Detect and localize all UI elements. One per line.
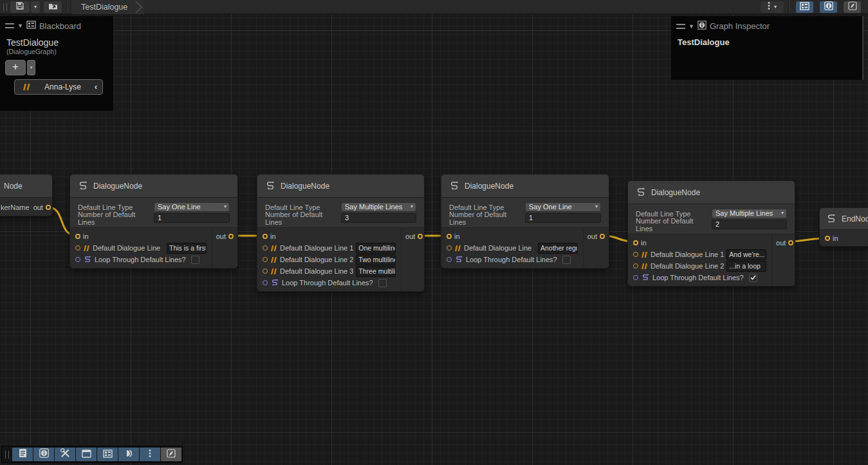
out-port[interactable]: [788, 240, 793, 245]
collapse-arrow-icon[interactable]: ▼: [688, 23, 694, 30]
add-variable-dropdown-button[interactable]: ▾: [27, 60, 35, 75]
open-asset-button[interactable]: [44, 1, 62, 13]
dialogue-line-input[interactable]: This is a first: [167, 243, 207, 254]
speaker-name-label: kerName: [0, 204, 30, 211]
line-type-dropdown[interactable]: Say Multiple Lines▾: [341, 202, 416, 212]
preview-quill-button[interactable]: [161, 448, 181, 461]
node-title: DialogueNode: [441, 175, 609, 198]
dialogue-line-label: Default Dialogue Line: [464, 244, 531, 252]
blackboard-graph-type: (DialogueGraph): [0, 48, 113, 55]
in-port-label: in: [641, 239, 647, 247]
dialogue-line-port[interactable]: [263, 245, 268, 251]
loop-checkbox[interactable]: [749, 274, 757, 282]
inspector-toggle-button[interactable]: [820, 1, 837, 13]
line-type-dropdown[interactable]: Say One Line▾: [525, 202, 601, 212]
line-type-dropdown[interactable]: Say One Line▾: [154, 202, 230, 212]
node-title-label: Node: [4, 182, 23, 191]
dialogue-line-port[interactable]: [447, 245, 452, 251]
dialogue-line-label: Default Dialogue Line 3: [280, 267, 353, 275]
out-port[interactable]: [46, 205, 51, 210]
dialogue-line-input[interactable]: Three multili: [356, 266, 396, 277]
out-port[interactable]: [600, 234, 605, 239]
field-expander-chevron[interactable]: ‹: [95, 82, 97, 91]
loop-icon: [83, 254, 92, 265]
breadcrumb-tab[interactable]: TestDialogue: [72, 0, 144, 14]
options-dropdown-arrow: ▾: [774, 4, 777, 10]
quote-icon: [270, 254, 277, 265]
speaker-node-partial[interactable]: Node kerName out: [0, 174, 53, 216]
quote-icon: [270, 242, 277, 254]
loop-checkbox[interactable]: [191, 256, 199, 264]
dialogue-line-port[interactable]: [263, 269, 268, 274]
graph-options-button[interactable]: ▾: [761, 1, 784, 13]
prop-label: Number of Default Lines: [449, 211, 525, 226]
dialogue-line-input[interactable]: One multiline: [356, 243, 396, 254]
number-of-lines-input[interactable]: 2: [712, 220, 787, 229]
blackboard-field-anna-lyse[interactable]: Anna-Lyse ‹: [14, 79, 103, 95]
loop-port[interactable]: [75, 257, 80, 262]
blackboard-icon: [103, 449, 113, 460]
line-type-dropdown[interactable]: Say Multiple Lines▾: [712, 209, 787, 218]
collapse-arrow-icon[interactable]: ▼: [17, 23, 23, 29]
graph-inspector-panel: ▼ Graph Inspector TestDialogue: [671, 16, 863, 80]
in-port[interactable]: [263, 234, 268, 239]
prop-label: Number of Default Lines: [78, 211, 154, 226]
dropdown-value: Say One Line: [158, 203, 201, 211]
dialogue-line-input[interactable]: ...in a loop: [726, 261, 766, 272]
save-dropdown-button[interactable]: ▾: [31, 1, 40, 13]
blackboard-toggle-button[interactable]: [796, 1, 813, 13]
blackboard-button[interactable]: [97, 448, 118, 461]
tools-button[interactable]: [55, 448, 75, 461]
graph-inspector-header[interactable]: ▼ Graph Inspector: [671, 16, 862, 34]
dialogue-node[interactable]: DialogueNode Default Line Type Say One L…: [441, 174, 609, 269]
out-port[interactable]: [228, 234, 234, 239]
loop-icon: [454, 254, 463, 265]
loop-label: Loop Through Default Lines?: [282, 279, 373, 287]
toolbar-drag-handle[interactable]: [5, 451, 9, 459]
number-of-lines-input[interactable]: 1: [154, 213, 230, 223]
toolbar-drag-handle[interactable]: [3, 3, 7, 11]
dialogue-line-port[interactable]: [633, 263, 638, 269]
dialogue-node[interactable]: DialogueNode Default Line Type Say Multi…: [257, 174, 425, 292]
toolbar-right-group: ▾: [760, 1, 868, 13]
dialogue-line-port[interactable]: [633, 252, 638, 257]
dialogue-line-input[interactable]: And we're...: [726, 249, 766, 260]
kebab-button[interactable]: [140, 448, 160, 461]
blackboard-header[interactable]: ▼ Blackboard: [0, 16, 113, 33]
breadcrumb-chevron-icon: [135, 0, 143, 14]
script-doc-button[interactable]: [12, 448, 33, 461]
loop-checkbox[interactable]: [562, 256, 571, 264]
out-port-label: out: [587, 232, 597, 240]
number-of-lines-input[interactable]: 3: [341, 213, 416, 223]
in-port[interactable]: [447, 234, 452, 239]
in-port[interactable]: [633, 240, 638, 245]
node-title-label: DialogueNode: [93, 182, 142, 191]
dialogue-line-input[interactable]: Two multiline: [356, 254, 396, 265]
dialogue-line-port[interactable]: [75, 245, 80, 251]
loop-label: Loop Through Default Lines?: [466, 256, 557, 263]
loop-port[interactable]: [263, 280, 268, 285]
loop-checkbox[interactable]: [378, 279, 387, 287]
in-port[interactable]: [75, 234, 80, 239]
speaker-output-row: kerName out: [0, 198, 52, 216]
inspector-info-button[interactable]: [33, 448, 54, 461]
in-port[interactable]: [825, 236, 830, 241]
node-title-label: DialogueNode: [465, 182, 513, 191]
end-node[interactable]: EndNode in: [819, 207, 868, 247]
node-title-label: DialogueNode: [281, 182, 329, 191]
prop-label: Number of Default Lines: [636, 217, 712, 232]
dialogue-node[interactable]: DialogueNode Default Line Type Say Multi…: [627, 180, 795, 287]
add-variable-button[interactable]: +: [5, 60, 26, 75]
save-button[interactable]: [10, 1, 30, 13]
preview-toggle-button[interactable]: [844, 1, 861, 13]
window-button[interactable]: [76, 448, 97, 461]
dialogue-line-input[interactable]: Another regu: [538, 243, 578, 254]
play-arc-button[interactable]: [118, 448, 139, 461]
loop-port[interactable]: [447, 257, 452, 262]
number-of-lines-input[interactable]: 1: [525, 213, 601, 223]
out-port[interactable]: [418, 234, 423, 239]
dialogue-line-port[interactable]: [263, 257, 268, 262]
dropdown-value: Say One Line: [529, 203, 572, 211]
loop-port[interactable]: [633, 275, 638, 280]
dialogue-node[interactable]: DialogueNode Default Line Type Say One L…: [69, 174, 238, 269]
